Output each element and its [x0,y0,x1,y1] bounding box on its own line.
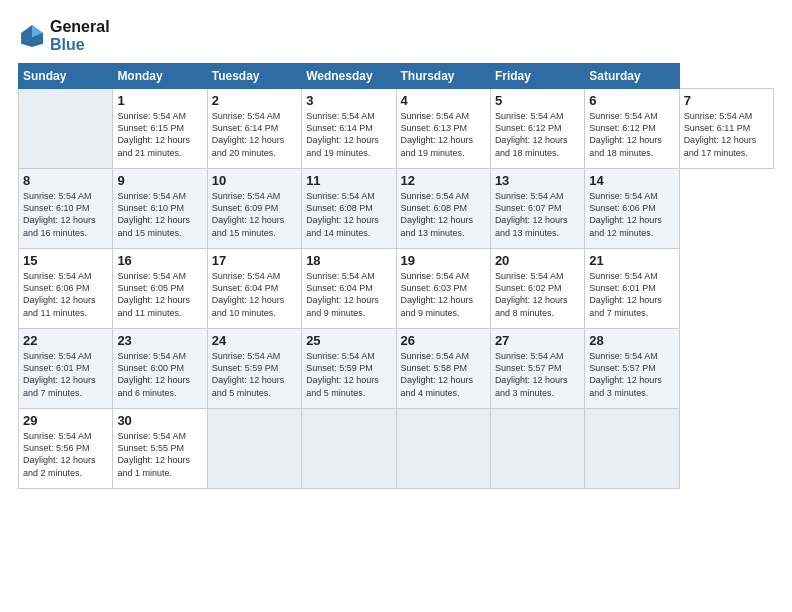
calendar-cell: 13Sunrise: 5:54 AM Sunset: 6:07 PM Dayli… [490,169,584,249]
day-number: 17 [212,253,297,268]
day-info: Sunrise: 5:54 AM Sunset: 6:10 PM Dayligh… [117,190,202,239]
day-number: 25 [306,333,391,348]
calendar-cell [302,409,396,489]
calendar-cell: 27Sunrise: 5:54 AM Sunset: 5:57 PM Dayli… [490,329,584,409]
day-number: 8 [23,173,108,188]
day-info: Sunrise: 5:54 AM Sunset: 6:06 PM Dayligh… [589,190,674,239]
header-row: General Blue [18,18,774,53]
calendar-cell [585,409,679,489]
day-number: 5 [495,93,580,108]
col-header-saturday: Saturday [585,64,679,89]
day-number: 30 [117,413,202,428]
calendar-cell: 16Sunrise: 5:54 AM Sunset: 6:05 PM Dayli… [113,249,207,329]
day-number: 2 [212,93,297,108]
day-number: 10 [212,173,297,188]
calendar-week-2: 8Sunrise: 5:54 AM Sunset: 6:10 PM Daylig… [19,169,774,249]
day-number: 28 [589,333,674,348]
day-number: 26 [401,333,486,348]
day-info: Sunrise: 5:54 AM Sunset: 6:06 PM Dayligh… [23,270,108,319]
calendar-cell: 4Sunrise: 5:54 AM Sunset: 6:13 PM Daylig… [396,89,490,169]
day-number: 3 [306,93,391,108]
day-number: 9 [117,173,202,188]
day-info: Sunrise: 5:54 AM Sunset: 6:04 PM Dayligh… [212,270,297,319]
day-number: 20 [495,253,580,268]
col-header-friday: Friday [490,64,584,89]
logo-text: General Blue [50,18,110,53]
calendar-cell: 10Sunrise: 5:54 AM Sunset: 6:09 PM Dayli… [207,169,301,249]
day-info: Sunrise: 5:54 AM Sunset: 6:15 PM Dayligh… [117,110,202,159]
col-header-wednesday: Wednesday [302,64,396,89]
day-info: Sunrise: 5:54 AM Sunset: 6:10 PM Dayligh… [23,190,108,239]
calendar-cell [207,409,301,489]
calendar-cell: 25Sunrise: 5:54 AM Sunset: 5:59 PM Dayli… [302,329,396,409]
day-number: 18 [306,253,391,268]
day-info: Sunrise: 5:54 AM Sunset: 5:59 PM Dayligh… [212,350,297,399]
calendar-cell: 21Sunrise: 5:54 AM Sunset: 6:01 PM Dayli… [585,249,679,329]
day-info: Sunrise: 5:54 AM Sunset: 5:57 PM Dayligh… [589,350,674,399]
day-info: Sunrise: 5:54 AM Sunset: 6:01 PM Dayligh… [589,270,674,319]
day-number: 4 [401,93,486,108]
calendar-cell: 5Sunrise: 5:54 AM Sunset: 6:12 PM Daylig… [490,89,584,169]
calendar-cell: 12Sunrise: 5:54 AM Sunset: 6:08 PM Dayli… [396,169,490,249]
day-number: 1 [117,93,202,108]
day-info: Sunrise: 5:54 AM Sunset: 6:14 PM Dayligh… [306,110,391,159]
logo-icon [18,22,46,50]
calendar-week-4: 22Sunrise: 5:54 AM Sunset: 6:01 PM Dayli… [19,329,774,409]
day-info: Sunrise: 5:54 AM Sunset: 5:57 PM Dayligh… [495,350,580,399]
calendar-cell: 7Sunrise: 5:54 AM Sunset: 6:11 PM Daylig… [679,89,773,169]
calendar-table: SundayMondayTuesdayWednesdayThursdayFrid… [18,63,774,489]
calendar-cell: 22Sunrise: 5:54 AM Sunset: 6:01 PM Dayli… [19,329,113,409]
header-row-days: SundayMondayTuesdayWednesdayThursdayFrid… [19,64,774,89]
day-info: Sunrise: 5:54 AM Sunset: 6:08 PM Dayligh… [401,190,486,239]
logo: General Blue [18,18,110,53]
calendar-cell: 30Sunrise: 5:54 AM Sunset: 5:55 PM Dayli… [113,409,207,489]
calendar-cell: 8Sunrise: 5:54 AM Sunset: 6:10 PM Daylig… [19,169,113,249]
day-info: Sunrise: 5:54 AM Sunset: 6:08 PM Dayligh… [306,190,391,239]
day-number: 22 [23,333,108,348]
calendar-cell: 15Sunrise: 5:54 AM Sunset: 6:06 PM Dayli… [19,249,113,329]
day-number: 27 [495,333,580,348]
day-number: 23 [117,333,202,348]
calendar-week-1: 1Sunrise: 5:54 AM Sunset: 6:15 PM Daylig… [19,89,774,169]
calendar-cell: 11Sunrise: 5:54 AM Sunset: 6:08 PM Dayli… [302,169,396,249]
calendar-cell: 2Sunrise: 5:54 AM Sunset: 6:14 PM Daylig… [207,89,301,169]
day-number: 7 [684,93,769,108]
col-header-monday: Monday [113,64,207,89]
day-info: Sunrise: 5:54 AM Sunset: 6:12 PM Dayligh… [495,110,580,159]
day-number: 15 [23,253,108,268]
day-number: 12 [401,173,486,188]
col-header-thursday: Thursday [396,64,490,89]
day-number: 24 [212,333,297,348]
day-info: Sunrise: 5:54 AM Sunset: 6:05 PM Dayligh… [117,270,202,319]
calendar-cell: 26Sunrise: 5:54 AM Sunset: 5:58 PM Dayli… [396,329,490,409]
day-info: Sunrise: 5:54 AM Sunset: 5:56 PM Dayligh… [23,430,108,479]
day-info: Sunrise: 5:54 AM Sunset: 6:03 PM Dayligh… [401,270,486,319]
day-info: Sunrise: 5:54 AM Sunset: 5:58 PM Dayligh… [401,350,486,399]
day-number: 29 [23,413,108,428]
calendar-cell: 28Sunrise: 5:54 AM Sunset: 5:57 PM Dayli… [585,329,679,409]
day-info: Sunrise: 5:54 AM Sunset: 6:09 PM Dayligh… [212,190,297,239]
calendar-cell: 18Sunrise: 5:54 AM Sunset: 6:04 PM Dayli… [302,249,396,329]
day-info: Sunrise: 5:54 AM Sunset: 6:12 PM Dayligh… [589,110,674,159]
calendar-week-3: 15Sunrise: 5:54 AM Sunset: 6:06 PM Dayli… [19,249,774,329]
day-info: Sunrise: 5:54 AM Sunset: 6:02 PM Dayligh… [495,270,580,319]
day-info: Sunrise: 5:54 AM Sunset: 5:55 PM Dayligh… [117,430,202,479]
calendar-cell [19,89,113,169]
day-info: Sunrise: 5:54 AM Sunset: 6:11 PM Dayligh… [684,110,769,159]
col-header-sunday: Sunday [19,64,113,89]
calendar-cell: 17Sunrise: 5:54 AM Sunset: 6:04 PM Dayli… [207,249,301,329]
day-number: 11 [306,173,391,188]
calendar-cell: 20Sunrise: 5:54 AM Sunset: 6:02 PM Dayli… [490,249,584,329]
day-number: 21 [589,253,674,268]
col-header-tuesday: Tuesday [207,64,301,89]
day-number: 13 [495,173,580,188]
calendar-cell: 19Sunrise: 5:54 AM Sunset: 6:03 PM Dayli… [396,249,490,329]
day-info: Sunrise: 5:54 AM Sunset: 6:00 PM Dayligh… [117,350,202,399]
day-info: Sunrise: 5:54 AM Sunset: 6:01 PM Dayligh… [23,350,108,399]
day-number: 14 [589,173,674,188]
day-number: 19 [401,253,486,268]
calendar-cell [490,409,584,489]
calendar-cell: 29Sunrise: 5:54 AM Sunset: 5:56 PM Dayli… [19,409,113,489]
day-number: 16 [117,253,202,268]
calendar-cell [396,409,490,489]
